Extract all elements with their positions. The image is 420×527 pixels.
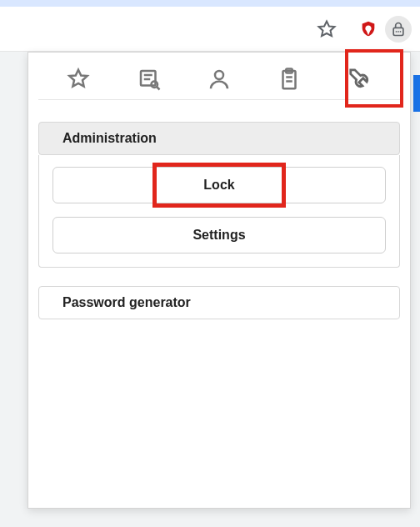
section-administration-body: Lock Settings <box>38 155 400 268</box>
svg-line-8 <box>157 87 160 90</box>
person-icon <box>207 67 232 92</box>
tab-contacts[interactable] <box>194 61 244 98</box>
note-search-icon <box>137 67 162 92</box>
omnibox-bar <box>0 7 420 52</box>
section-administration-title: Administration <box>62 131 157 145</box>
extension-shield[interactable] <box>355 16 382 43</box>
bookmark-star-icon[interactable] <box>317 19 337 39</box>
extension-password-manager[interactable] <box>385 16 412 43</box>
scrollbar-edge <box>413 75 420 112</box>
popup-tabstrip <box>38 53 400 100</box>
svg-point-3 <box>400 31 402 33</box>
star-icon <box>66 67 91 92</box>
tab-clipboard[interactable] <box>264 61 314 98</box>
clipboard-icon <box>277 67 302 92</box>
svg-point-9 <box>215 71 223 79</box>
lock-button[interactable]: Lock <box>52 167 386 203</box>
tab-favorites[interactable] <box>53 61 103 98</box>
section-password-generator-header[interactable]: Password generator <box>38 286 400 319</box>
settings-button[interactable]: Settings <box>52 217 386 253</box>
lock-button-label: Lock <box>203 178 234 192</box>
settings-button-label: Settings <box>192 228 245 242</box>
section-administration-header[interactable]: Administration <box>38 122 400 155</box>
tab-notes[interactable] <box>124 61 174 98</box>
wrench-icon <box>348 67 372 92</box>
svg-point-2 <box>398 31 399 33</box>
svg-point-1 <box>396 31 398 33</box>
shield-icon <box>359 20 378 38</box>
extension-popup: Administration Lock Settings Password ge… <box>28 52 411 509</box>
section-password-generator-title: Password generator <box>62 295 191 309</box>
window-top-strip <box>0 0 420 7</box>
tab-tools[interactable] <box>335 61 385 98</box>
lock-icon <box>390 21 407 38</box>
